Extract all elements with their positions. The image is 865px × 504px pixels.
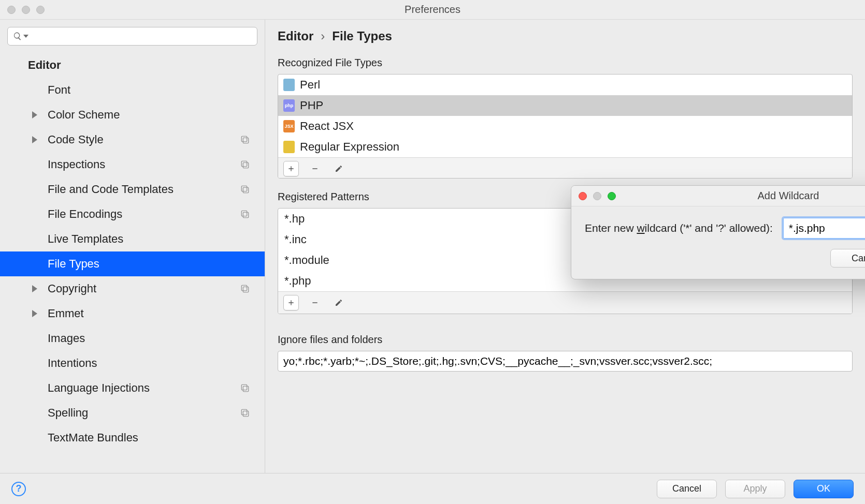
edit-file-type-button[interactable] xyxy=(331,161,347,176)
svg-rect-11 xyxy=(243,386,249,392)
file-type-label: Perl xyxy=(300,78,320,92)
svg-rect-8 xyxy=(241,285,247,291)
file-type-row[interactable]: Regular Expression xyxy=(278,137,852,157)
window-zoom-icon[interactable] xyxy=(36,6,45,14)
tree-item-images[interactable]: Images xyxy=(0,326,265,351)
preferences-sidebar: Editor Font Color Scheme Code Style Insp… xyxy=(0,20,265,473)
scheme-scope-icon xyxy=(240,408,250,418)
dialog-title: Add Wildcard xyxy=(758,190,819,202)
remove-pattern-button[interactable] xyxy=(307,295,323,310)
tree-item-label: Code Style xyxy=(48,133,104,146)
tree-item-copyright[interactable]: Copyright xyxy=(0,276,265,301)
svg-rect-2 xyxy=(241,161,247,167)
add-pattern-button[interactable] xyxy=(283,295,299,310)
dialog-minimize-icon xyxy=(593,192,601,200)
dialog-zoom-icon[interactable] xyxy=(608,192,616,200)
tree-item-label: Emmet xyxy=(48,307,84,320)
recognized-file-types-list[interactable]: Perl php PHP JSX React JSX Regular Expre… xyxy=(278,74,853,179)
tree-item-label: Inspections xyxy=(48,158,105,171)
tree-section-editor[interactable]: Editor xyxy=(0,53,265,78)
wildcard-input[interactable] xyxy=(783,218,865,239)
file-type-row[interactable]: php PHP xyxy=(278,95,852,116)
chevron-right-icon: › xyxy=(321,29,325,43)
file-type-row[interactable]: JSX React JSX xyxy=(278,116,852,137)
window-close-icon[interactable] xyxy=(7,6,16,14)
file-type-label: Regular Expression xyxy=(300,140,399,154)
ignore-files-input[interactable] xyxy=(278,351,853,372)
recognized-toolbar xyxy=(278,157,852,179)
add-wildcard-dialog: Add Wildcard Enter new wildcard ('*' and… xyxy=(571,185,865,279)
tree-item-file-encodings[interactable]: File Encodings xyxy=(0,202,265,227)
tree-item-language-injections[interactable]: Language Injections xyxy=(0,376,265,401)
svg-rect-7 xyxy=(243,212,249,218)
dialog-cancel-button[interactable]: Cancel xyxy=(830,249,865,268)
preferences-content: Editor › File Types Recognized File Type… xyxy=(265,20,865,473)
disclosure-triangle-icon[interactable] xyxy=(32,111,37,118)
search-icon xyxy=(13,32,22,41)
disclosure-triangle-icon[interactable] xyxy=(32,310,37,317)
disclosure-triangle-icon[interactable] xyxy=(32,136,37,143)
search-dropdown-caret-icon[interactable] xyxy=(23,35,28,38)
scheme-scope-icon xyxy=(240,209,250,219)
tree-item-label: Copyright xyxy=(48,282,96,295)
window-title: Preferences xyxy=(405,4,460,16)
svg-rect-3 xyxy=(243,162,249,168)
tree-item-code-style[interactable]: Code Style xyxy=(0,127,265,152)
preferences-bottombar: ? Cancel Apply OK xyxy=(0,473,865,504)
edit-pattern-button[interactable] xyxy=(331,295,347,310)
breadcrumb-leaf: File Types xyxy=(332,29,392,43)
tree-item-label: File and Code Templates xyxy=(48,183,174,196)
ok-button[interactable]: OK xyxy=(794,480,854,498)
tree-item-inspections[interactable]: Inspections xyxy=(0,152,265,177)
scheme-scope-icon xyxy=(240,383,250,393)
sidebar-search[interactable] xyxy=(7,27,257,46)
tree-item-label: File Types xyxy=(48,257,99,271)
breadcrumb: Editor › File Types xyxy=(278,29,853,43)
file-type-label: PHP xyxy=(300,99,323,112)
dialog-titlebar: Add Wildcard xyxy=(571,186,865,206)
add-file-type-button[interactable] xyxy=(283,161,299,176)
svg-rect-5 xyxy=(243,187,249,193)
preferences-tree[interactable]: Editor Font Color Scheme Code Style Insp… xyxy=(0,51,265,473)
svg-rect-9 xyxy=(243,287,249,292)
tree-item-label: Font xyxy=(48,83,70,97)
window-titlebar: Preferences xyxy=(0,0,865,20)
dialog-traffic-lights xyxy=(579,192,616,200)
file-type-icon xyxy=(283,79,295,91)
tree-item-label: File Encodings xyxy=(48,207,122,221)
tree-item-live-templates[interactable]: Live Templates xyxy=(0,227,265,251)
window-minimize-icon[interactable] xyxy=(22,6,30,14)
sidebar-search-input[interactable] xyxy=(32,32,252,41)
file-type-icon xyxy=(283,141,295,153)
tree-item-emmet[interactable]: Emmet xyxy=(0,301,265,326)
remove-file-type-button[interactable] xyxy=(307,161,323,176)
file-type-row[interactable]: Perl xyxy=(278,75,852,95)
apply-button[interactable]: Apply xyxy=(725,480,785,498)
tree-item-label: Images xyxy=(48,332,85,345)
tree-item-textmate-bundles[interactable]: TextMate Bundles xyxy=(0,425,265,450)
svg-rect-10 xyxy=(241,384,247,390)
svg-rect-4 xyxy=(241,186,247,191)
file-type-icon: php xyxy=(283,99,295,112)
window-traffic-lights xyxy=(7,6,45,14)
wildcard-prompt-label: Enter new wildcard ('*' and '?' allowed)… xyxy=(585,222,773,234)
tree-item-label: Spelling xyxy=(48,406,88,420)
tree-item-intentions[interactable]: Intentions xyxy=(0,351,265,376)
tree-item-spelling[interactable]: Spelling xyxy=(0,401,265,425)
tree-item-file-types[interactable]: File Types xyxy=(0,251,265,276)
tree-item-label: TextMate Bundles xyxy=(48,431,138,444)
tree-item-color-scheme[interactable]: Color Scheme xyxy=(0,102,265,127)
patterns-toolbar xyxy=(278,291,852,314)
help-button[interactable]: ? xyxy=(11,482,26,496)
file-type-icon: JSX xyxy=(283,120,295,132)
dialog-close-icon[interactable] xyxy=(579,192,587,200)
scheme-scope-icon xyxy=(240,135,250,145)
breadcrumb-root[interactable]: Editor xyxy=(278,29,313,43)
tree-item-label: Live Templates xyxy=(48,232,123,246)
tree-item-label: Language Injections xyxy=(48,381,150,395)
cancel-button[interactable]: Cancel xyxy=(657,480,717,498)
tree-item-file-code-templates[interactable]: File and Code Templates xyxy=(0,177,265,202)
svg-rect-1 xyxy=(243,138,249,143)
tree-item-font[interactable]: Font xyxy=(0,78,265,102)
disclosure-triangle-icon[interactable] xyxy=(32,285,37,292)
